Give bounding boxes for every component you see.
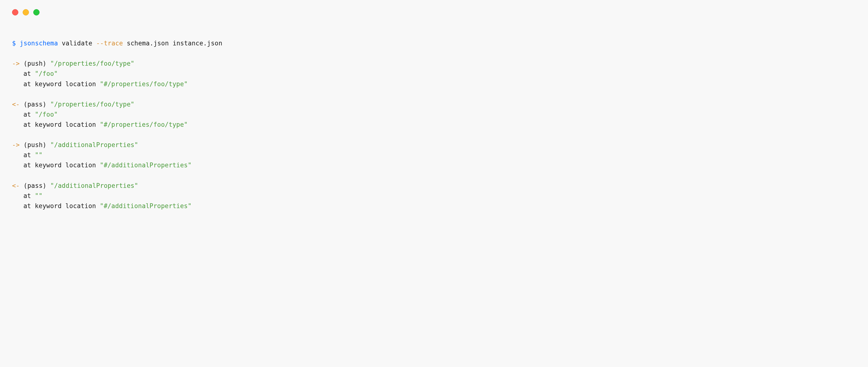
keyword-location-path: "#/properties/foo/type" <box>100 80 188 88</box>
keyword-location-label: at keyword location <box>23 162 96 169</box>
keyword-location-label: at keyword location <box>23 80 96 88</box>
flag-trace: --trace <box>96 39 123 47</box>
at-label: at <box>23 70 31 77</box>
push-arrow-icon: -> <box>12 141 20 148</box>
trace-path: "/properties/foo/type" <box>51 101 134 108</box>
trace-path: "/additionalProperties" <box>51 141 138 148</box>
pass-arrow-icon: <- <box>12 182 20 189</box>
trace-path: "/properties/foo/type" <box>51 60 134 67</box>
command-name: jsonschema <box>20 39 58 47</box>
keyword-location-label: at keyword location <box>23 202 96 209</box>
minimize-icon[interactable] <box>23 9 29 16</box>
trace-path: "/additionalProperties" <box>51 182 138 189</box>
keyword-location-path: "#/additionalProperties" <box>100 202 191 209</box>
at-path: "/foo" <box>35 111 58 118</box>
push-arrow-icon: -> <box>12 60 20 67</box>
keyword-location-path: "#/additionalProperties" <box>100 162 191 169</box>
trace-action: (push) <box>24 141 46 148</box>
trace-block: -> (push) "/additionalProperties" at "" … <box>12 141 192 169</box>
trace-action: (pass) <box>24 101 46 108</box>
trace-block: <- (pass) "/properties/foo/type" at "/fo… <box>12 101 188 128</box>
pass-arrow-icon: <- <box>12 101 20 108</box>
trace-block: -> (push) "/properties/foo/type" at "/fo… <box>12 60 188 87</box>
close-icon[interactable] <box>12 9 18 16</box>
arg-schema: schema.json <box>127 39 169 47</box>
trace-block: <- (pass) "/additionalProperties" at "" … <box>12 182 192 209</box>
at-path: "" <box>35 192 43 199</box>
maximize-icon[interactable] <box>33 9 39 16</box>
terminal-output: $ jsonschema validate --trace schema.jso… <box>12 28 856 211</box>
at-label: at <box>23 192 31 199</box>
prompt-symbol: $ <box>12 39 16 47</box>
prompt-line: $ jsonschema validate --trace schema.jso… <box>12 39 222 47</box>
trace-action: (pass) <box>24 182 46 189</box>
at-path: "/foo" <box>35 70 58 77</box>
keyword-location-path: "#/properties/foo/type" <box>100 121 188 128</box>
at-label: at <box>23 111 31 118</box>
subcommand: validate <box>62 39 92 47</box>
at-label: at <box>23 151 31 159</box>
keyword-location-label: at keyword location <box>23 121 96 128</box>
arg-instance: instance.json <box>173 39 222 47</box>
window-traffic-lights <box>12 9 856 16</box>
at-path: "" <box>35 151 43 159</box>
trace-action: (push) <box>24 60 46 67</box>
